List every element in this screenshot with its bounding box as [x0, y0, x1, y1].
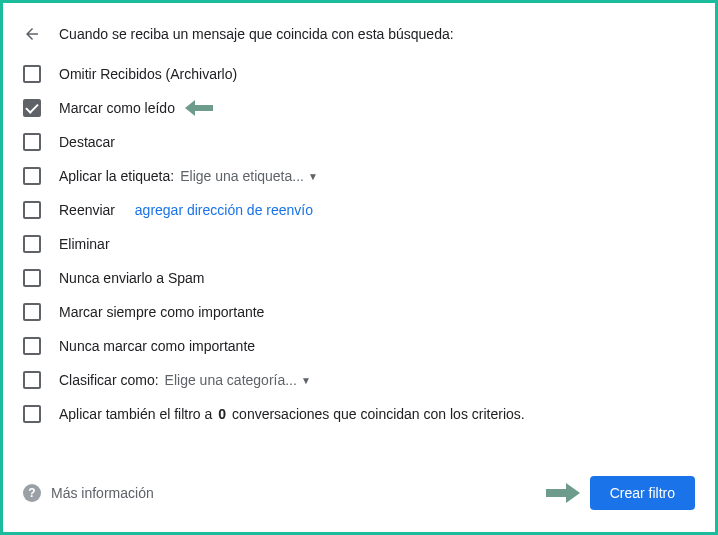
label-mark-read: Marcar como leído [59, 99, 213, 117]
option-archive: Omitir Recibidos (Archivarlo) [23, 65, 695, 83]
checkbox-always-important[interactable] [23, 303, 41, 321]
dropdown-categorize-text: Elige una categoría... [165, 372, 297, 388]
checkbox-star[interactable] [23, 133, 41, 151]
checkbox-never-spam[interactable] [23, 269, 41, 287]
label-categorize-text: Clasificar como: [59, 372, 159, 388]
option-star: Destacar [23, 133, 695, 151]
create-filter-button[interactable]: Crear filtro [590, 476, 695, 510]
apply-existing-suffix: conversaciones que coincidan con los cri… [232, 406, 525, 422]
checkbox-archive[interactable] [23, 65, 41, 83]
option-mark-read: Marcar como leído [23, 99, 695, 117]
dialog-title: Cuando se reciba un mensaje que coincida… [59, 26, 454, 42]
dropdown-apply-label[interactable]: Elige una etiqueta... ▼ [180, 168, 318, 184]
caret-down-icon: ▼ [301, 375, 311, 386]
option-never-important: Nunca marcar como importante [23, 337, 695, 355]
help-icon[interactable]: ? [23, 484, 41, 502]
label-apply-label: Aplicar la etiqueta: Elige una etiqueta.… [59, 168, 318, 184]
option-apply-existing: Aplicar también el filtro a 0 conversaci… [23, 405, 695, 423]
option-always-important: Marcar siempre como importante [23, 303, 695, 321]
checkbox-categorize[interactable] [23, 371, 41, 389]
label-star: Destacar [59, 134, 115, 150]
annotation-arrow-icon [546, 483, 580, 503]
label-never-important: Nunca marcar como importante [59, 338, 255, 354]
label-always-important: Marcar siempre como importante [59, 304, 264, 320]
label-never-spam: Nunca enviarlo a Spam [59, 270, 205, 286]
checkbox-apply-existing[interactable] [23, 405, 41, 423]
filter-dialog: Cuando se reciba un mensaje que coincida… [0, 0, 718, 535]
label-delete: Eliminar [59, 236, 110, 252]
checkbox-mark-read[interactable] [23, 99, 41, 117]
label-archive: Omitir Recibidos (Archivarlo) [59, 66, 237, 82]
option-never-spam: Nunca enviarlo a Spam [23, 269, 695, 287]
dropdown-apply-label-text: Elige una etiqueta... [180, 168, 304, 184]
checkbox-delete[interactable] [23, 235, 41, 253]
dialog-header: Cuando se reciba un mensaje que coincida… [23, 25, 695, 43]
label-mark-read-text: Marcar como leído [59, 100, 175, 116]
label-forward: Reenviar agregar dirección de reenvío [59, 202, 313, 218]
option-forward: Reenviar agregar dirección de reenvío [23, 201, 695, 219]
filter-options-list: Omitir Recibidos (Archivarlo) Marcar com… [23, 65, 695, 423]
option-delete: Eliminar [23, 235, 695, 253]
more-info-link[interactable]: Más información [51, 485, 154, 501]
back-arrow-icon[interactable] [23, 25, 41, 43]
checkbox-never-important[interactable] [23, 337, 41, 355]
option-apply-label: Aplicar la etiqueta: Elige una etiqueta.… [23, 167, 695, 185]
dialog-footer: ? Más información Crear filtro [23, 476, 695, 510]
caret-down-icon: ▼ [308, 171, 318, 182]
label-apply-existing: Aplicar también el filtro a 0 conversaci… [59, 406, 525, 422]
label-categorize: Clasificar como: Elige una categoría... … [59, 372, 311, 388]
label-forward-text: Reenviar [59, 202, 115, 218]
footer-left: ? Más información [23, 484, 154, 502]
checkbox-apply-label[interactable] [23, 167, 41, 185]
option-categorize: Clasificar como: Elige una categoría... … [23, 371, 695, 389]
dropdown-categorize[interactable]: Elige una categoría... ▼ [165, 372, 311, 388]
link-add-forward-address[interactable]: agregar dirección de reenvío [135, 202, 313, 218]
footer-right: Crear filtro [542, 476, 695, 510]
annotation-arrow-icon [185, 99, 213, 117]
apply-existing-prefix: Aplicar también el filtro a [59, 406, 212, 422]
label-apply-label-text: Aplicar la etiqueta: [59, 168, 174, 184]
apply-existing-count: 0 [218, 406, 226, 422]
checkbox-forward[interactable] [23, 201, 41, 219]
